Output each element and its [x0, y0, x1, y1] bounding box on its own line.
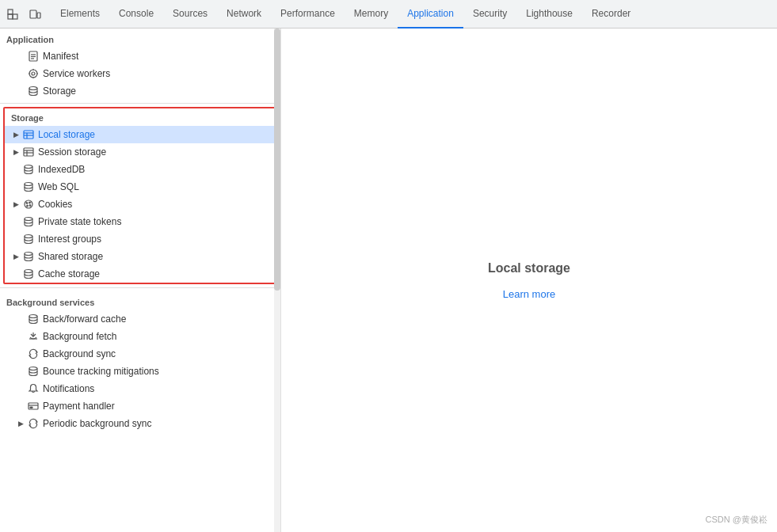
periodic-background-sync-label: Periodic background sync: [43, 418, 274, 429]
svg-point-34: [25, 270, 32, 273]
tab-application[interactable]: Application: [398, 0, 463, 28]
sidebar-item-storage-top[interactable]: Storage: [0, 82, 280, 100]
tab-console[interactable]: Console: [109, 0, 163, 28]
expand-spacer: [16, 86, 25, 96]
sidebar: Application Manifest: [0, 28, 281, 532]
sidebar-item-bounce-tracking[interactable]: Bounce tracking mitigations: [0, 363, 280, 380]
web-sql-spacer: [11, 182, 21, 192]
local-storage-expand[interactable]: ▶: [11, 130, 21, 139]
svg-point-35: [29, 315, 37, 318]
sidebar-item-interest-groups[interactable]: Interest groups: [5, 230, 276, 248]
inspect-icon[interactable]: [3, 5, 22, 24]
sidebar-item-payment-handler[interactable]: Payment handler: [0, 397, 280, 415]
manifest-label: Manifest: [43, 51, 274, 62]
private-state-tokens-label: Private state tokens: [38, 216, 269, 227]
sidebar-item-notifications[interactable]: Notifications: [0, 380, 280, 397]
toolbar-icons: [3, 5, 44, 24]
indexeddb-spacer: [11, 165, 21, 174]
tab-network[interactable]: Network: [217, 0, 271, 28]
manifest-icon: [27, 50, 40, 63]
sidebar-item-session-storage[interactable]: ▶ Session storage: [5, 143, 276, 161]
sidebar-item-background-sync[interactable]: Background sync: [0, 345, 280, 363]
shared-storage-label: Shared storage: [38, 251, 269, 262]
scrollbar-track: [274, 28, 280, 532]
background-fetch-label: Background fetch: [43, 331, 274, 342]
cookies-expand[interactable]: ▶: [11, 200, 21, 209]
storage-section: Storage ▶ Local storage ▶: [3, 107, 277, 284]
svg-point-28: [29, 202, 31, 203]
sidebar-item-indexeddb[interactable]: IndexedDB: [5, 161, 276, 178]
svg-point-9: [29, 70, 37, 78]
private-state-tokens-icon: [22, 215, 35, 228]
svg-point-15: [29, 87, 37, 90]
svg-rect-39: [30, 407, 32, 408]
svg-rect-3: [30, 10, 36, 18]
tab-elements[interactable]: Elements: [51, 0, 109, 28]
svg-point-32: [25, 235, 32, 238]
sidebar-item-background-fetch[interactable]: Background fetch: [0, 328, 280, 345]
right-panel-title: Local storage: [488, 261, 570, 276]
svg-point-31: [25, 218, 32, 221]
tab-sources[interactable]: Sources: [163, 0, 217, 28]
svg-rect-16: [24, 131, 33, 139]
divider-2: [0, 287, 280, 288]
indexeddb-label: IndexedDB: [38, 164, 269, 175]
notifications-label: Notifications: [43, 383, 274, 394]
local-storage-icon: [22, 128, 35, 141]
svg-point-25: [25, 183, 32, 186]
application-section-header: Application: [0, 28, 280, 48]
sidebar-item-web-sql[interactable]: Web SQL: [5, 178, 276, 196]
sidebar-item-local-storage[interactable]: ▶ Local storage: [5, 126, 276, 143]
sidebar-item-shared-storage[interactable]: ▶ Shared storage: [5, 248, 276, 265]
storage-section-header: Storage: [5, 108, 276, 126]
periodic-background-sync-icon: [27, 417, 40, 430]
svg-rect-2: [8, 14, 13, 19]
right-panel: Local storage Learn more CSDN @黄俊崧: [281, 28, 777, 532]
svg-point-36: [29, 367, 37, 370]
payment-spacer: [16, 401, 25, 411]
sidebar-item-private-state-tokens[interactable]: Private state tokens: [5, 213, 276, 230]
bounce-tracking-icon: [27, 365, 40, 378]
bounce-tracking-label: Bounce tracking mitigations: [43, 366, 274, 377]
svg-point-27: [26, 203, 28, 204]
local-storage-label: Local storage: [38, 129, 269, 140]
background-sync-label: Background sync: [43, 348, 274, 359]
sidebar-item-service-workers[interactable]: Service workers: [0, 65, 280, 82]
session-storage-label: Session storage: [38, 146, 269, 158]
device-toolbar-icon[interactable]: [25, 5, 44, 24]
tab-memory[interactable]: Memory: [345, 0, 398, 28]
bounce-spacer: [16, 367, 25, 376]
shared-storage-expand[interactable]: ▶: [11, 252, 21, 261]
watermark: CSDN @黄俊崧: [706, 514, 767, 526]
svg-rect-20: [24, 148, 33, 156]
tab-lighthouse[interactable]: Lighthouse: [516, 0, 582, 28]
expand-spacer: [16, 51, 25, 61]
sidebar-item-cookies[interactable]: ▶ Cookies: [5, 196, 276, 213]
svg-point-10: [32, 72, 35, 75]
learn-more-link[interactable]: Learn more: [503, 288, 555, 300]
back-forward-cache-label: Back/forward cache: [43, 314, 274, 325]
tab-security[interactable]: Security: [463, 0, 516, 28]
bf-cache-spacer: [16, 314, 25, 324]
svg-rect-4: [37, 13, 40, 18]
sidebar-item-cache-storage[interactable]: Cache storage: [5, 265, 276, 283]
tab-performance[interactable]: Performance: [271, 0, 345, 28]
payment-handler-label: Payment handler: [43, 401, 274, 412]
periodic-sync-expand[interactable]: ▶: [16, 419, 25, 428]
bg-sync-spacer: [16, 349, 25, 359]
service-workers-label: Service workers: [43, 68, 274, 79]
session-storage-expand[interactable]: ▶: [11, 147, 21, 157]
sidebar-item-manifest[interactable]: Manifest: [0, 48, 280, 65]
background-sync-icon: [27, 348, 40, 360]
notifications-icon: [27, 382, 40, 395]
devtools-tab-bar: ElementsConsoleSourcesNetworkPerformance…: [0, 0, 777, 28]
notif-spacer: [16, 384, 25, 393]
service-workers-icon: [27, 67, 40, 80]
sidebar-item-periodic-background-sync[interactable]: ▶ Periodic background sync: [0, 415, 280, 432]
storage-top-icon: [27, 85, 40, 97]
scrollbar-thumb[interactable]: [274, 28, 280, 291]
sidebar-item-back-forward-cache[interactable]: Back/forward cache: [0, 310, 280, 328]
interest-groups-spacer: [11, 234, 21, 244]
tab-recorder[interactable]: Recorder: [582, 0, 640, 28]
cache-storage-icon: [22, 268, 35, 280]
